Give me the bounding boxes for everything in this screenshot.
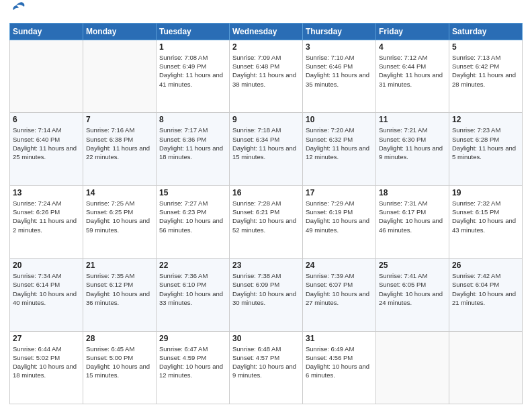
calendar-cell: 11Sunrise: 7:21 AMSunset: 6:30 PMDayligh… (376, 113, 449, 185)
day-info: Sunrise: 7:17 AMSunset: 6:36 PMDaylight:… (159, 126, 226, 161)
day-number: 9 (232, 115, 300, 124)
day-number: 16 (232, 188, 300, 197)
header-friday: Friday (376, 23, 449, 40)
header-monday: Monday (83, 23, 157, 40)
calendar-cell: 7Sunrise: 7:16 AMSunset: 6:38 PMDaylight… (83, 113, 157, 185)
calendar-week-2: 6Sunrise: 7:14 AMSunset: 6:40 PMDaylight… (10, 113, 523, 185)
day-info: Sunrise: 7:13 AMSunset: 6:42 PMDaylight:… (452, 53, 519, 89)
day-number: 21 (86, 261, 153, 270)
calendar-header-row: SundayMondayTuesdayWednesdayThursdayFrid… (10, 23, 523, 40)
calendar-cell: 31Sunrise: 6:49 AMSunset: 4:56 PMDayligh… (303, 331, 376, 404)
calendar-cell (376, 331, 449, 404)
day-number: 23 (232, 261, 300, 270)
day-number: 26 (452, 261, 519, 270)
header-tuesday: Tuesday (157, 23, 230, 40)
header-thursday: Thursday (303, 23, 376, 40)
day-info: Sunrise: 7:18 AMSunset: 6:34 PMDaylight:… (232, 126, 300, 161)
day-info: Sunrise: 6:49 AMSunset: 4:56 PMDaylight:… (306, 345, 373, 380)
header (9, 7, 523, 20)
calendar-cell: 3Sunrise: 7:10 AMSunset: 6:46 PMDaylight… (303, 40, 376, 112)
day-info: Sunrise: 7:25 AMSunset: 6:25 PMDaylight:… (86, 199, 153, 234)
calendar-cell: 25Sunrise: 7:41 AMSunset: 6:05 PMDayligh… (376, 259, 449, 331)
day-info: Sunrise: 7:39 AMSunset: 6:07 PMDaylight:… (306, 271, 373, 307)
day-info: Sunrise: 7:08 AMSunset: 6:49 PMDaylight:… (159, 53, 226, 89)
day-info: Sunrise: 7:35 AMSunset: 6:12 PMDaylight:… (86, 271, 153, 307)
calendar-cell: 26Sunrise: 7:42 AMSunset: 6:04 PMDayligh… (449, 259, 523, 331)
day-info: Sunrise: 7:42 AMSunset: 6:04 PMDaylight:… (452, 271, 519, 307)
calendar-cell: 16Sunrise: 7:28 AMSunset: 6:21 PMDayligh… (230, 185, 303, 258)
day-info: Sunrise: 6:44 AMSunset: 5:02 PMDaylight:… (13, 345, 80, 380)
calendar-cell (449, 331, 523, 404)
calendar-cell: 12Sunrise: 7:23 AMSunset: 6:28 PMDayligh… (449, 113, 523, 185)
calendar-cell: 17Sunrise: 7:29 AMSunset: 6:19 PMDayligh… (303, 185, 376, 258)
day-number: 3 (306, 42, 373, 52)
day-info: Sunrise: 7:21 AMSunset: 6:30 PMDaylight:… (379, 126, 446, 161)
calendar-cell: 21Sunrise: 7:35 AMSunset: 6:12 PMDayligh… (83, 259, 157, 331)
day-info: Sunrise: 7:12 AMSunset: 6:44 PMDaylight:… (379, 53, 446, 89)
calendar-cell: 14Sunrise: 7:25 AMSunset: 6:25 PMDayligh… (83, 185, 157, 258)
calendar-cell: 9Sunrise: 7:18 AMSunset: 6:34 PMDaylight… (230, 113, 303, 185)
calendar-cell: 24Sunrise: 7:39 AMSunset: 6:07 PMDayligh… (303, 259, 376, 331)
day-info: Sunrise: 7:16 AMSunset: 6:38 PMDaylight:… (86, 126, 153, 161)
day-number: 19 (452, 188, 519, 197)
day-info: Sunrise: 6:48 AMSunset: 4:57 PMDaylight:… (232, 345, 300, 380)
day-number: 28 (86, 334, 153, 343)
day-number: 17 (306, 188, 373, 197)
day-info: Sunrise: 7:14 AMSunset: 6:40 PMDaylight:… (13, 126, 80, 161)
calendar-cell (10, 40, 83, 112)
day-number: 2 (232, 42, 300, 52)
day-info: Sunrise: 7:36 AMSunset: 6:10 PMDaylight:… (159, 271, 226, 307)
day-number: 7 (86, 115, 153, 124)
calendar-cell: 27Sunrise: 6:44 AMSunset: 5:02 PMDayligh… (10, 331, 83, 404)
day-info: Sunrise: 6:47 AMSunset: 4:59 PMDaylight:… (159, 345, 226, 380)
logo-bird-icon (11, 1, 26, 13)
day-number: 14 (86, 188, 153, 197)
header-sunday: Sunday (10, 23, 83, 40)
calendar-cell (83, 40, 157, 112)
calendar-week-1: 1Sunrise: 7:08 AMSunset: 6:49 PMDaylight… (10, 40, 523, 112)
day-info: Sunrise: 7:28 AMSunset: 6:21 PMDaylight:… (232, 199, 300, 234)
header-wednesday: Wednesday (230, 23, 303, 40)
day-info: Sunrise: 7:09 AMSunset: 6:48 PMDaylight:… (232, 53, 300, 89)
day-number: 5 (452, 42, 519, 52)
calendar-cell: 4Sunrise: 7:12 AMSunset: 6:44 PMDaylight… (376, 40, 449, 112)
day-number: 8 (159, 115, 226, 124)
calendar-cell: 8Sunrise: 7:17 AMSunset: 6:36 PMDaylight… (157, 113, 230, 185)
day-number: 15 (159, 188, 226, 197)
day-number: 24 (306, 261, 373, 270)
calendar-cell: 5Sunrise: 7:13 AMSunset: 6:42 PMDaylight… (449, 40, 523, 112)
day-number: 31 (306, 334, 373, 343)
day-info: Sunrise: 7:27 AMSunset: 6:23 PMDaylight:… (159, 199, 226, 234)
day-info: Sunrise: 7:34 AMSunset: 6:14 PMDaylight:… (13, 271, 80, 307)
calendar-cell: 13Sunrise: 7:24 AMSunset: 6:26 PMDayligh… (10, 185, 83, 258)
day-info: Sunrise: 7:23 AMSunset: 6:28 PMDaylight:… (452, 126, 519, 161)
calendar-week-5: 27Sunrise: 6:44 AMSunset: 5:02 PMDayligh… (10, 331, 523, 404)
day-number: 22 (159, 261, 226, 270)
day-info: Sunrise: 7:24 AMSunset: 6:26 PMDaylight:… (13, 199, 80, 234)
calendar-week-3: 13Sunrise: 7:24 AMSunset: 6:26 PMDayligh… (10, 185, 523, 258)
day-info: Sunrise: 7:38 AMSunset: 6:09 PMDaylight:… (232, 271, 300, 307)
day-number: 10 (306, 115, 373, 124)
calendar-cell: 30Sunrise: 6:48 AMSunset: 4:57 PMDayligh… (230, 331, 303, 404)
calendar-cell: 18Sunrise: 7:31 AMSunset: 6:17 PMDayligh… (376, 185, 449, 258)
calendar-cell: 20Sunrise: 7:34 AMSunset: 6:14 PMDayligh… (10, 259, 83, 331)
calendar-cell: 29Sunrise: 6:47 AMSunset: 4:59 PMDayligh… (157, 331, 230, 404)
calendar-cell: 28Sunrise: 6:45 AMSunset: 5:00 PMDayligh… (83, 331, 157, 404)
day-info: Sunrise: 7:32 AMSunset: 6:15 PMDaylight:… (452, 199, 519, 234)
day-number: 27 (13, 334, 80, 343)
day-number: 25 (379, 261, 446, 270)
day-info: Sunrise: 7:41 AMSunset: 6:05 PMDaylight:… (379, 271, 446, 307)
logo (9, 7, 26, 20)
calendar-week-4: 20Sunrise: 7:34 AMSunset: 6:14 PMDayligh… (10, 259, 523, 331)
page: SundayMondayTuesdayWednesdayThursdayFrid… (0, 0, 532, 411)
day-number: 12 (452, 115, 519, 124)
calendar-cell: 22Sunrise: 7:36 AMSunset: 6:10 PMDayligh… (157, 259, 230, 331)
calendar-cell: 1Sunrise: 7:08 AMSunset: 6:49 PMDaylight… (157, 40, 230, 112)
day-number: 1 (159, 42, 226, 52)
calendar-cell: 19Sunrise: 7:32 AMSunset: 6:15 PMDayligh… (449, 185, 523, 258)
day-info: Sunrise: 7:10 AMSunset: 6:46 PMDaylight:… (306, 53, 373, 89)
calendar-cell: 15Sunrise: 7:27 AMSunset: 6:23 PMDayligh… (157, 185, 230, 258)
calendar-cell: 23Sunrise: 7:38 AMSunset: 6:09 PMDayligh… (230, 259, 303, 331)
day-number: 29 (159, 334, 226, 343)
day-info: Sunrise: 7:20 AMSunset: 6:32 PMDaylight:… (306, 126, 373, 161)
